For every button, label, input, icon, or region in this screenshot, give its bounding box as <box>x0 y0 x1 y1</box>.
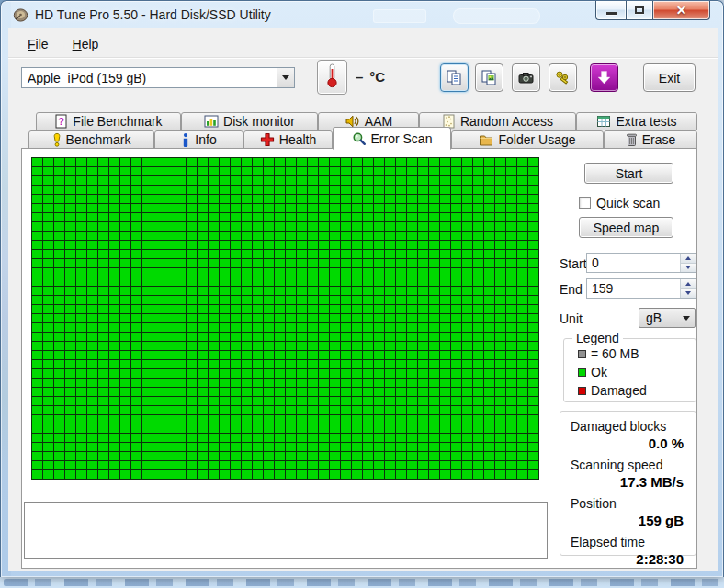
scan-block-ok <box>109 250 120 259</box>
file-benchmark-icon: ? <box>54 114 68 129</box>
scan-log-listbox[interactable] <box>24 502 548 559</box>
scan-block-ok <box>32 204 43 213</box>
scan-block-ok <box>32 305 43 314</box>
end-spin-down-button[interactable] <box>681 288 696 299</box>
scan-block-ok <box>418 461 429 470</box>
scan-block-ok <box>506 397 517 406</box>
scan-block-ok <box>495 296 506 305</box>
options-button[interactable] <box>549 63 577 92</box>
scan-block-ok <box>517 167 528 176</box>
scan-block-ok <box>242 277 253 287</box>
scan-block-ok <box>517 461 528 470</box>
scan-block-ok <box>142 287 153 296</box>
scan-block-ok <box>209 277 220 287</box>
tab-info[interactable]: Info <box>154 130 243 149</box>
scan-block-ok <box>352 195 363 204</box>
scan-block-ok <box>451 434 462 443</box>
scan-block-ok <box>374 296 385 305</box>
scan-block-ok <box>198 351 209 360</box>
scan-block-ok <box>374 369 385 379</box>
scan-block-ok <box>495 379 506 388</box>
tab-benchmark[interactable]: Benchmark <box>28 130 154 149</box>
scan-block-ok <box>363 204 374 213</box>
tab-extra-tests[interactable]: Extra tests <box>576 112 697 130</box>
scan-block-ok <box>65 259 76 268</box>
scan-block-ok <box>231 158 242 167</box>
scan-block-ok <box>43 305 54 314</box>
unit-select[interactable]: gB <box>639 308 696 328</box>
scan-block-ok <box>374 305 385 314</box>
drive-select-combobox[interactable]: Apple iPod (159 gB) <box>21 67 295 88</box>
speed-map-button[interactable]: Speed map <box>579 217 673 238</box>
start-range-input[interactable] <box>587 254 680 272</box>
scan-block-ok <box>164 158 175 167</box>
temperature-button[interactable] <box>317 60 347 95</box>
tab-file-benchmark[interactable]: ?File Benchmark <box>36 112 181 130</box>
maximize-button[interactable] <box>626 1 653 20</box>
scan-block-ok <box>528 232 539 241</box>
update-button[interactable] <box>590 63 618 92</box>
scan-block-ok <box>264 167 275 176</box>
scan-block-ok <box>451 259 462 268</box>
drive-select-dropdown[interactable] <box>277 68 294 87</box>
scan-block-ok <box>308 379 319 388</box>
start-spin-down-button[interactable] <box>681 263 696 273</box>
scan-row <box>32 305 539 314</box>
scan-block-ok <box>131 443 142 452</box>
close-button[interactable]: ✕ <box>653 1 710 20</box>
scan-block-ok <box>297 379 308 388</box>
copy-text-button[interactable] <box>440 63 469 92</box>
scan-block-ok <box>396 379 407 388</box>
scan-block-ok <box>297 176 308 186</box>
scan-block-ok <box>495 232 506 241</box>
scan-block-ok <box>275 287 286 296</box>
scan-block-ok <box>308 434 319 443</box>
scan-block-ok <box>297 415 308 424</box>
chevron-down-icon <box>282 75 289 80</box>
scan-block-ok <box>175 388 187 397</box>
scan-block-ok <box>286 268 297 277</box>
tab-folder-usage[interactable]: Folder Usage <box>451 130 604 149</box>
scan-block-ok <box>286 232 297 241</box>
tab-health[interactable]: Health <box>243 130 333 149</box>
copy-image-button[interactable] <box>475 63 503 92</box>
scan-block-ok <box>418 388 429 397</box>
titlebar[interactable]: HD Tune Pro 5.50 - Hard Disk/SSD Utility… <box>1 1 723 28</box>
scan-stats-groupbox: Damaged blocks0.0 %Scanning speed17.3 MB… <box>560 411 696 556</box>
quick-scan-checkbox[interactable] <box>579 197 591 209</box>
end-range-input[interactable] <box>587 279 680 298</box>
scan-block-ok <box>385 314 396 323</box>
menu-help[interactable]: Help <box>64 34 107 56</box>
scan-block-ok <box>506 186 517 195</box>
minimize-button[interactable] <box>595 1 626 20</box>
scan-block-ok <box>109 232 120 241</box>
scan-block-ok <box>352 415 363 424</box>
exit-button[interactable]: Exit <box>643 63 696 92</box>
scan-block-ok <box>341 379 352 388</box>
scan-block-ok <box>462 434 473 443</box>
menu-file[interactable]: File <box>19 34 57 56</box>
scan-block-ok <box>363 250 374 259</box>
trash-icon <box>626 132 638 147</box>
scan-block-ok <box>418 333 429 342</box>
tab-label: Random Access <box>460 114 553 129</box>
scan-block-ok <box>253 397 264 406</box>
tab-disk-monitor[interactable]: Disk monitor <box>181 112 318 130</box>
scan-block-ok <box>297 434 308 443</box>
scan-block-ok <box>98 379 109 388</box>
start-button[interactable]: Start <box>584 163 673 184</box>
scan-block-ok <box>32 186 43 195</box>
end-spin-up-button[interactable] <box>681 279 696 288</box>
scan-row <box>32 369 539 379</box>
tab-erase[interactable]: Erase <box>604 130 697 149</box>
scan-block-ok <box>506 342 517 351</box>
legend-swatch <box>578 368 586 377</box>
scan-block-ok <box>341 176 352 186</box>
scan-block-ok <box>418 314 429 323</box>
tab-error-scan[interactable]: Error Scan <box>333 127 451 150</box>
scan-block-ok <box>462 470 473 480</box>
start-spin-up-button[interactable] <box>681 254 696 263</box>
scan-block-ok <box>495 360 506 369</box>
screenshot-button[interactable] <box>512 63 540 92</box>
scan-row <box>32 250 539 259</box>
